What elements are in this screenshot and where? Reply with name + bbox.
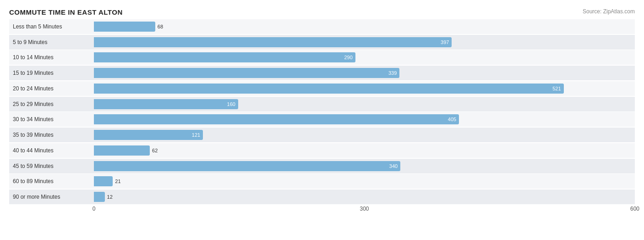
table-row: 10 to 14 Minutes290: [9, 50, 635, 65]
bar-label: 5 to 9 Minutes: [9, 39, 94, 45]
table-row: 20 to 24 Minutes521: [9, 81, 635, 96]
bar-label: 25 to 29 Minutes: [9, 101, 94, 107]
bar-value: 397: [441, 39, 449, 45]
bar-value: 68: [158, 24, 163, 29]
bar-fill: 290: [94, 52, 355, 62]
table-row: 90 or more Minutes12: [9, 190, 635, 204]
bar-track: 21: [94, 176, 635, 186]
table-row: 45 to 59 Minutes340: [9, 159, 635, 173]
bar-label: 45 to 59 Minutes: [9, 163, 94, 169]
bar-track: 339: [94, 68, 635, 78]
bar-label: 20 to 24 Minutes: [9, 85, 94, 92]
table-row: 30 to 34 Minutes405: [9, 112, 635, 127]
bar-label: 30 to 34 Minutes: [9, 116, 94, 123]
x-axis-tick: 300: [360, 206, 369, 212]
bar-fill: 405: [94, 114, 459, 124]
table-row: Less than 5 Minutes68: [9, 19, 635, 34]
bar-value: 340: [389, 163, 398, 169]
x-axis: 0300600: [94, 205, 635, 214]
bars-wrapper: Less than 5 Minutes685 to 9 Minutes39710…: [9, 19, 635, 205]
bar-label: 40 to 44 Minutes: [9, 147, 94, 154]
bar-track: 397: [94, 37, 635, 47]
chart-title: COMMUTE TIME IN EAST ALTON: [9, 8, 635, 16]
bar-fill: 62: [94, 145, 150, 156]
bar-value: 521: [552, 86, 561, 91]
x-axis-tick: 0: [93, 206, 96, 212]
table-row: 5 to 9 Minutes397: [9, 35, 635, 50]
bar-label: 35 to 39 Minutes: [9, 132, 94, 138]
bar-fill: 521: [94, 84, 564, 94]
x-axis-tick: 600: [630, 206, 639, 212]
table-row: 25 to 29 Minutes160: [9, 97, 635, 112]
bar-fill: 397: [94, 37, 452, 47]
bar-track: 62: [94, 145, 635, 156]
source-text: Source: ZipAtlas.com: [583, 8, 635, 15]
bar-fill: 21: [94, 176, 113, 186]
bar-value: 339: [388, 70, 397, 76]
bar-value: 121: [192, 132, 200, 138]
table-row: 35 to 39 Minutes121: [9, 128, 635, 142]
bar-track: 290: [94, 52, 635, 62]
bar-fill: 340: [94, 161, 400, 171]
bar-value: 160: [227, 101, 235, 107]
bar-track: 160: [94, 99, 635, 109]
bar-fill: 12: [94, 192, 105, 202]
bar-track: 340: [94, 161, 635, 171]
table-row: 60 to 89 Minutes21: [9, 174, 635, 189]
bar-value: 290: [344, 55, 352, 60]
bar-fill: 160: [94, 99, 238, 109]
table-row: 15 to 19 Minutes339: [9, 66, 635, 80]
table-row: 40 to 44 Minutes62: [9, 143, 635, 158]
bar-track: 12: [94, 192, 635, 202]
bar-value: 405: [448, 117, 456, 122]
chart-area: Less than 5 Minutes685 to 9 Minutes39710…: [9, 19, 635, 214]
bar-value: 21: [115, 179, 120, 184]
bar-fill: 339: [94, 68, 399, 78]
bar-track: 521: [94, 84, 635, 94]
bar-label: 60 to 89 Minutes: [9, 178, 94, 184]
bar-fill: 68: [94, 22, 155, 32]
bar-label: Less than 5 Minutes: [9, 23, 94, 30]
bar-value: 62: [152, 148, 158, 153]
bar-track: 68: [94, 22, 635, 32]
bar-value: 12: [107, 194, 113, 200]
bar-label: 10 to 14 Minutes: [9, 54, 94, 61]
bar-label: 90 or more Minutes: [9, 194, 94, 200]
bar-fill: 121: [94, 130, 203, 140]
bar-label: 15 to 19 Minutes: [9, 70, 94, 76]
bar-track: 405: [94, 114, 635, 124]
bar-track: 121: [94, 130, 635, 140]
chart-container: COMMUTE TIME IN EAST ALTON Source: ZipAt…: [0, 0, 644, 240]
